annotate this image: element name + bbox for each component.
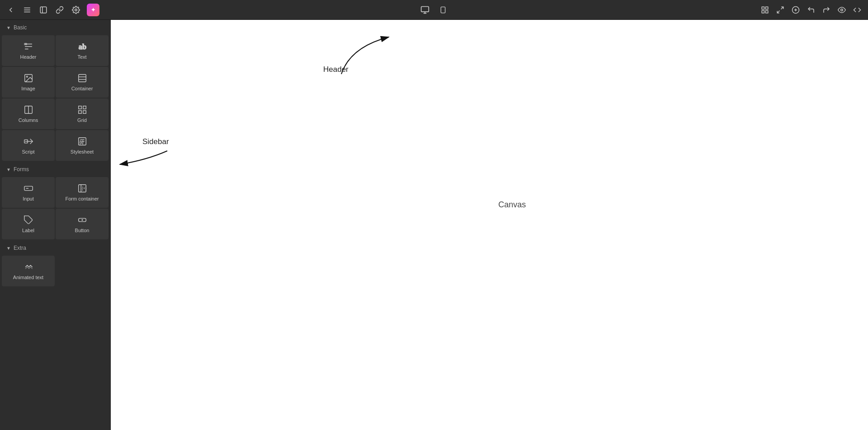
button-icon	[77, 215, 87, 225]
image-icon	[24, 73, 33, 83]
svg-rect-14	[762, 10, 764, 13]
widget-columns[interactable]: Columns	[2, 98, 55, 129]
widget-grid-label: Grid	[77, 117, 87, 123]
widget-button[interactable]: Button	[56, 209, 108, 239]
widget-image-label: Image	[21, 86, 35, 91]
main-area: ▼ Basic Header ab Text	[0, 20, 868, 430]
stylesheet-icon: {-}	[77, 136, 87, 146]
header-icon	[24, 42, 33, 51]
svg-rect-11	[762, 7, 764, 9]
preview-icon[interactable]	[836, 5, 847, 15]
widget-stylesheet[interactable]: {-} Stylesheet	[56, 130, 108, 161]
widget-header[interactable]: Header	[2, 35, 55, 66]
svg-text:{+}: {+}	[82, 187, 87, 191]
widget-script-label: Script	[22, 149, 34, 154]
canvas-surface	[111, 20, 868, 430]
redo-icon[interactable]	[821, 5, 832, 15]
svg-rect-32	[83, 111, 85, 113]
svg-rect-25	[78, 75, 86, 82]
extra-widget-grid: Animated text	[0, 255, 110, 287]
svg-rect-3	[40, 7, 47, 13]
desktop-icon[interactable]	[420, 5, 430, 15]
grid-icon	[77, 105, 87, 115]
widget-image[interactable]: Image	[2, 67, 55, 98]
forms-widget-grid: Input {+} Form container	[0, 176, 110, 240]
link-icon[interactable]	[54, 5, 65, 15]
basic-widget-grid: Header ab Text Image	[0, 34, 110, 162]
widget-button-label: Button	[75, 228, 90, 233]
widget-form-container[interactable]: {+} Form container	[56, 177, 108, 208]
toolbar-center	[420, 5, 448, 15]
undo-icon[interactable]	[806, 5, 816, 15]
svg-rect-30	[78, 106, 81, 109]
input-icon	[24, 183, 33, 193]
widget-script[interactable]: Script	[2, 130, 55, 161]
mobile-icon[interactable]	[438, 5, 448, 15]
label-icon	[24, 215, 33, 225]
svg-rect-6	[421, 6, 429, 12]
chevron-extra: ▼	[6, 246, 11, 251]
canvas-area[interactable]: Header Sidebar Canvas	[111, 20, 868, 430]
widget-animated-text-label: Animated text	[13, 275, 43, 280]
toolbar: ✦	[0, 0, 868, 20]
columns-icon	[24, 105, 33, 115]
widget-stylesheet-label: Stylesheet	[71, 149, 94, 154]
sidebar: ▼ Basic Header ab Text	[0, 20, 111, 430]
widget-input[interactable]: Input	[2, 177, 55, 208]
section-label-basic: Basic	[14, 24, 27, 31]
widget-animated-text[interactable]: Animated text	[2, 256, 55, 286]
script-icon	[24, 136, 33, 146]
svg-point-20	[841, 9, 843, 11]
svg-line-16	[777, 10, 779, 13]
widget-columns-label: Columns	[19, 117, 38, 123]
fit-icon[interactable]	[775, 5, 786, 15]
back-icon[interactable]	[5, 5, 16, 15]
code-icon[interactable]	[852, 5, 863, 15]
toolbar-left: ✦	[5, 4, 414, 16]
widget-grid[interactable]: Grid	[56, 98, 108, 129]
widget-form-container-label: Form container	[66, 196, 99, 201]
section-header-extra[interactable]: ▼ Extra	[0, 240, 110, 255]
section-header-forms[interactable]: ▼ Forms	[0, 162, 110, 176]
svg-text:ab: ab	[78, 42, 86, 51]
widget-container[interactable]: Container	[56, 67, 108, 98]
toolbar-right	[454, 5, 863, 15]
svg-line-15	[781, 7, 783, 9]
menu-icon[interactable]	[22, 5, 33, 15]
chevron-forms: ▼	[6, 167, 11, 172]
svg-point-5	[75, 9, 77, 11]
svg-rect-12	[766, 7, 768, 9]
animated-text-icon	[24, 262, 33, 272]
widget-text-label: Text	[77, 54, 86, 60]
widget-header-label: Header	[20, 54, 36, 60]
settings-icon[interactable]	[71, 5, 81, 15]
brand-icon[interactable]: ✦	[87, 4, 99, 16]
widget-label-label: Label	[22, 228, 34, 233]
text-icon: ab	[77, 42, 87, 51]
svg-rect-13	[766, 10, 768, 13]
svg-point-24	[26, 76, 28, 77]
section-label-extra: Extra	[14, 245, 26, 251]
form-container-icon: {+}	[77, 183, 87, 193]
section-label-forms: Forms	[14, 166, 29, 173]
panel-icon[interactable]	[38, 5, 49, 15]
section-header-basic[interactable]: ▼ Basic	[0, 20, 110, 34]
chevron-basic: ▼	[6, 25, 11, 30]
container-icon	[77, 73, 87, 83]
svg-rect-21	[24, 43, 27, 45]
svg-rect-31	[83, 106, 85, 109]
add-icon[interactable]	[790, 5, 801, 15]
widget-label[interactable]: Label	[2, 209, 55, 239]
grid-view-icon[interactable]	[760, 5, 770, 15]
svg-text:{-}: {-}	[79, 140, 83, 145]
widget-container-label: Container	[71, 86, 93, 91]
widget-text[interactable]: ab Text	[56, 35, 108, 66]
svg-rect-33	[78, 111, 81, 113]
widget-input-label: Input	[23, 196, 33, 201]
